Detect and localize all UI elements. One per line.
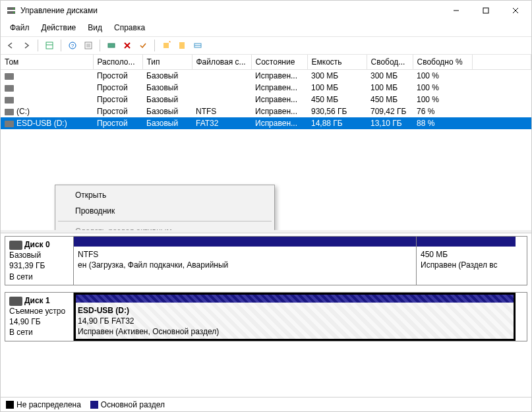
- volume-icon: [5, 121, 14, 127]
- settings-button[interactable]: [81, 38, 96, 53]
- table-cell: Исправен...: [251, 105, 307, 117]
- partition-status: ен (Загрузка, Файл подкачки, Аварийный: [78, 260, 412, 270]
- disk-status: В сети: [9, 272, 69, 282]
- legend-swatch-unallocated: [6, 401, 14, 409]
- col-type[interactable]: Тип: [142, 55, 192, 70]
- table-cell: [192, 70, 251, 82]
- table-cell: [1, 82, 93, 94]
- table-cell: Простой: [93, 82, 142, 94]
- partition-status: Исправен (Активен, Основной раздел): [78, 326, 512, 337]
- table-cell: [472, 82, 531, 94]
- partition[interactable]: 450 МБИсправен (Раздел вс: [417, 237, 516, 285]
- col-volume[interactable]: Том: [1, 55, 93, 70]
- view-button[interactable]: [191, 38, 205, 53]
- table-row[interactable]: (C:)ПростойБазовыйNTFSИсправен...930,56 …: [1, 105, 531, 117]
- col-free[interactable]: Свобод...: [367, 55, 413, 70]
- col-capacity[interactable]: Емкость: [307, 55, 367, 70]
- partition-info: 450 МБ: [421, 249, 512, 260]
- table-cell: Исправен...: [251, 117, 307, 129]
- table-cell: 300 МБ: [307, 70, 367, 82]
- table-row[interactable]: ПростойБазовыйИсправен...300 МБ300 МБ100…: [1, 70, 531, 82]
- legend-unallocated: Не распределена: [16, 400, 81, 409]
- legend-swatch-primary: [90, 401, 98, 409]
- partition-stripe: [417, 237, 516, 247]
- table-cell: [1, 94, 93, 105]
- context-menu-item[interactable]: Открыть: [57, 187, 273, 203]
- disk-partitions: NTFSен (Загрузка, Файл подкачки, Аварийн…: [74, 237, 527, 285]
- context-menu-item[interactable]: Проводник: [57, 203, 273, 219]
- svg-rect-14: [108, 44, 115, 47]
- disk-partitions: ESD-USB (D:)14,90 ГБ FAT32Исправен (Акти…: [74, 293, 527, 341]
- svg-point-2: [13, 8, 15, 9]
- table-cell: 88 %: [413, 117, 472, 129]
- svg-text:*: *: [169, 41, 171, 45]
- back-button[interactable]: [3, 38, 18, 53]
- table-cell: 13,10 ГБ: [367, 117, 413, 129]
- disk-type: Съемное устро: [9, 306, 69, 316]
- partition[interactable]: ESD-USB (D:)14,90 ГБ FAT32Исправен (Акти…: [74, 293, 516, 341]
- table-cell: 300 МБ: [367, 70, 413, 82]
- disk-icon: [9, 241, 22, 250]
- menu-view[interactable]: Вид: [82, 22, 107, 34]
- col-filesystem[interactable]: Файловая с...: [192, 55, 251, 70]
- titlebar: Управление дисками: [1, 1, 531, 20]
- menu-help[interactable]: Справка: [109, 22, 150, 34]
- show-hide-button[interactable]: [42, 38, 57, 53]
- disk-label: Диск 1Съемное устро14,90 ГБВ сети: [5, 293, 74, 341]
- table-cell: [1, 70, 93, 82]
- table-cell: Базовый: [142, 94, 192, 105]
- table-cell: [472, 70, 531, 82]
- minimize-button[interactable]: [441, 1, 471, 20]
- partition-title: ESD-USB (D:): [78, 305, 512, 316]
- menubar: Файл Действие Вид Справка: [1, 20, 531, 36]
- table-cell: Базовый: [142, 117, 192, 129]
- partition[interactable]: NTFSен (Загрузка, Файл подкачки, Аварийн…: [74, 237, 417, 285]
- toolbar-separator: [154, 40, 155, 51]
- col-layout[interactable]: Располо...: [93, 55, 142, 70]
- table-cell: [472, 94, 531, 105]
- svg-rect-17: [163, 43, 169, 48]
- menu-action[interactable]: Действие: [36, 22, 82, 34]
- context-menu: ОткрытьПроводникСделать раздел активнымИ…: [55, 185, 275, 233]
- maximize-button[interactable]: [471, 1, 500, 20]
- legend: Не распределена Основной раздел: [1, 397, 531, 411]
- table-cell: Базовый: [142, 82, 192, 94]
- disk-label: Диск 0Базовый931,39 ГБВ сети: [5, 237, 74, 285]
- disk-status: В сети: [9, 327, 69, 338]
- toolbar: ? *: [1, 36, 531, 55]
- new-button[interactable]: *: [159, 38, 173, 53]
- table-cell: [472, 105, 531, 117]
- svg-text:?: ?: [71, 43, 74, 49]
- help-button[interactable]: ?: [65, 38, 80, 53]
- delete-button[interactable]: [120, 38, 134, 53]
- table-cell: 14,88 ГБ: [307, 117, 367, 129]
- col-free-pct[interactable]: Свободно %: [413, 55, 472, 70]
- volume-table[interactable]: Том Располо... Тип Файловая с... Состоян…: [1, 55, 531, 129]
- refresh-button[interactable]: [104, 38, 119, 53]
- table-row[interactable]: ПростойБазовыйИсправен...100 МБ100 МБ100…: [1, 82, 531, 94]
- table-cell: Простой: [93, 70, 142, 82]
- table-row[interactable]: ПростойБазовыйИсправен...450 МБ450 МБ100…: [1, 94, 531, 105]
- partition-info: NTFS: [78, 249, 412, 260]
- menu-file[interactable]: Файл: [5, 22, 35, 34]
- table-cell: [192, 82, 251, 94]
- disk-name: Диск 0: [24, 240, 50, 249]
- table-cell: 100 %: [413, 70, 472, 82]
- table-cell: Простой: [93, 117, 142, 129]
- check-button[interactable]: [136, 38, 150, 53]
- partition-stripe: [74, 293, 516, 303]
- disk-name: Диск 1: [24, 296, 50, 305]
- table-cell: Исправен...: [251, 70, 307, 82]
- table-cell: 100 МБ: [307, 82, 367, 94]
- disk-size: 931,39 ГБ: [9, 260, 69, 271]
- partition-status: Исправен (Раздел вс: [421, 260, 512, 270]
- table-row[interactable]: ESD-USB (D:)ПростойБазовыйFAT32Исправен.…: [1, 117, 531, 129]
- volume-table-container: Том Располо... Тип Файловая с... Состоян…: [1, 55, 531, 233]
- volume-icon: [5, 109, 14, 115]
- properties-button[interactable]: [175, 38, 189, 53]
- forward-button[interactable]: [19, 38, 34, 53]
- table-cell: Базовый: [142, 105, 192, 117]
- toolbar-separator: [100, 40, 100, 51]
- close-button[interactable]: [500, 1, 530, 20]
- col-status[interactable]: Состояние: [251, 55, 307, 70]
